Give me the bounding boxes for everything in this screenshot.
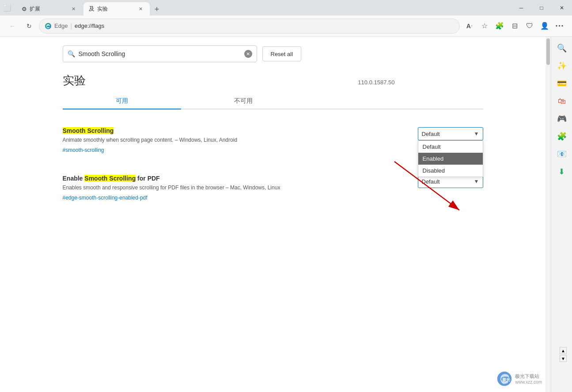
- address-separator: |: [70, 23, 72, 30]
- sidebar-outlook-icon[interactable]: 📧: [554, 146, 570, 162]
- sidebar-extension-icon[interactable]: 🧩: [554, 128, 570, 144]
- flags-tabs: 可用 不可用: [63, 94, 483, 109]
- watermark-url: www.xzz.com: [515, 380, 542, 384]
- refresh-button[interactable]: ↻: [22, 19, 36, 33]
- feature-link-smooth-scrolling[interactable]: #smooth-scrolling: [63, 147, 104, 153]
- dropdown-value-pdf: Default: [422, 178, 440, 185]
- scrollbar-thumb[interactable]: [546, 38, 550, 65]
- page-title-area: 实验 110.0.1587.50: [52, 73, 494, 88]
- dropdown-arrow-smooth-scrolling: ▼: [474, 131, 479, 137]
- dropdown-arrow-pdf: ▼: [474, 178, 479, 185]
- feature-title-pdf: Enable Smooth Scrolling for PDF: [63, 175, 411, 182]
- feature-info-pdf: Enable Smooth Scrolling for PDF Enables …: [63, 175, 411, 201]
- search-area: 🔍 ✕ Reset all: [52, 45, 494, 62]
- tab-unavailable[interactable]: 不可用: [181, 94, 306, 109]
- watermark-site: 极光下载站: [515, 373, 542, 380]
- main-content: 🔍 ✕ Reset all 实验 110.0.1587.50 可用 不可用 Sm…: [0, 37, 545, 392]
- maximize-button[interactable]: □: [531, 0, 552, 15]
- address-bar[interactable]: Edge | edge://flags: [39, 19, 460, 34]
- feature-title-smooth-scrolling: Smooth Scrolling: [63, 127, 411, 134]
- tab-extensions[interactable]: ⚙ 扩展 ✕: [16, 2, 83, 15]
- sidebar-download-icon[interactable]: ⬇: [554, 164, 570, 180]
- feature-list: Smooth Scrolling Animate smoothly when s…: [52, 120, 494, 208]
- dropdown-menu-smooth-scrolling: Default Enabled Disabled: [418, 140, 483, 177]
- tab-extensions-close[interactable]: ✕: [69, 5, 77, 13]
- right-sidebar: 🔍 ✨ 💳 🛍 🎮 🧩 📧 ⬇ + ▲ ▼: [551, 37, 572, 392]
- watermark: 极光 极光下载站 www.xzz.com: [496, 371, 542, 387]
- feature-link-pdf[interactable]: #edge-smooth-scrolling-enabled-pdf: [63, 195, 148, 201]
- feature-info-smooth-scrolling: Smooth Scrolling Animate smoothly when s…: [63, 127, 411, 154]
- window-layout-icon: ⬜: [4, 4, 11, 11]
- reset-all-button[interactable]: Reset all: [262, 46, 302, 61]
- feature-desc-smooth-scrolling: Animate smoothly when scrolling page con…: [63, 136, 411, 144]
- search-box[interactable]: 🔍 ✕: [63, 45, 257, 62]
- watermark-logo-icon: 极光: [496, 371, 512, 387]
- back-button[interactable]: ←: [5, 19, 19, 33]
- browser-label: Edge: [54, 23, 68, 29]
- sidebar-wallet-icon[interactable]: 💳: [554, 75, 570, 91]
- feature-desc-pdf: Enables smooth and responsive scrolling …: [63, 184, 411, 192]
- scroll-down-button[interactable]: ▼: [560, 355, 567, 362]
- menu-button[interactable]: ···: [553, 19, 567, 33]
- tab-experiments-close[interactable]: ✕: [136, 5, 144, 13]
- flags-page: 🔍 ✕ Reset all 实验 110.0.1587.50 可用 不可用 Sm…: [52, 37, 494, 217]
- feature-title-suffix-pdf: for PDF: [136, 175, 159, 182]
- feature-title-prefix-pdf: Enable: [63, 175, 85, 182]
- search-icon: 🔍: [68, 50, 75, 57]
- dropdown-wrapper-smooth-scrolling: Default ▼ Default Enabled Disabled: [418, 127, 483, 140]
- page-title: 实验: [63, 73, 86, 88]
- read-aloud-button[interactable]: A↑: [462, 19, 477, 33]
- edge-logo-icon: [45, 23, 52, 30]
- sidebar-copilot-icon[interactable]: ✨: [554, 58, 570, 74]
- nav-icons-right: A↑ ☆ 🧩 ⊟ 🛡 👤 ···: [462, 19, 567, 33]
- profile-button[interactable]: 👤: [538, 19, 552, 33]
- dropdown-option-disabled[interactable]: Disabled: [418, 165, 483, 177]
- feature-item-smooth-scrolling: Smooth Scrolling Animate smoothly when s…: [63, 120, 483, 161]
- tab-experiments-icon: 及: [89, 5, 95, 13]
- extensions-button[interactable]: 🧩: [492, 19, 507, 33]
- version-text: 110.0.1587.50: [358, 79, 394, 86]
- close-button[interactable]: ✕: [552, 0, 572, 15]
- title-bar: ⬜ ⚙ 扩展 ✕ 及 实验 ✕ + ─ □ ✕: [0, 0, 572, 15]
- collections-button[interactable]: ⊟: [508, 19, 522, 33]
- feature-dropdown-smooth-scrolling[interactable]: Default ▼: [418, 127, 483, 140]
- minimize-button[interactable]: ─: [511, 0, 531, 15]
- dropdown-option-enabled[interactable]: Enabled: [418, 153, 483, 165]
- feature-title-highlight: Smooth Scrolling: [63, 127, 114, 134]
- tab-bar: ⚙ 扩展 ✕ 及 实验 ✕ +: [13, 0, 568, 15]
- feature-title-highlight-pdf: Smooth Scrolling: [84, 175, 136, 182]
- sidebar-shop-icon[interactable]: 🛍: [554, 93, 570, 109]
- favorites-button[interactable]: ☆: [477, 19, 492, 33]
- dropdown-value-smooth-scrolling: Default: [422, 131, 440, 137]
- search-clear-button[interactable]: ✕: [244, 50, 252, 58]
- url-text: edge://flags: [75, 23, 454, 29]
- scroll-up-button[interactable]: ▲: [560, 347, 567, 354]
- window-controls: ─ □ ✕: [511, 0, 572, 15]
- tab-available[interactable]: 可用: [63, 94, 181, 109]
- vertical-scrollbar[interactable]: [545, 37, 551, 392]
- dropdown-option-default[interactable]: Default: [418, 141, 483, 153]
- tab-extensions-label: 扩展: [30, 5, 40, 13]
- tab-experiments[interactable]: 及 实验 ✕: [83, 2, 150, 15]
- tab-extensions-icon: ⚙: [22, 6, 27, 12]
- sidebar-search-icon[interactable]: 🔍: [554, 40, 570, 56]
- navigation-bar: ← ↻ Edge | edge://flags A↑ ☆ 🧩 ⊟ 🛡 👤 ···: [0, 15, 572, 37]
- new-tab-button[interactable]: +: [151, 3, 163, 15]
- sidebar-game-icon[interactable]: 🎮: [554, 111, 570, 127]
- search-input[interactable]: [79, 50, 241, 57]
- browser-essentials-button[interactable]: 🛡: [523, 19, 537, 33]
- svg-text:极光: 极光: [502, 377, 511, 382]
- tab-experiments-label: 实验: [97, 5, 108, 13]
